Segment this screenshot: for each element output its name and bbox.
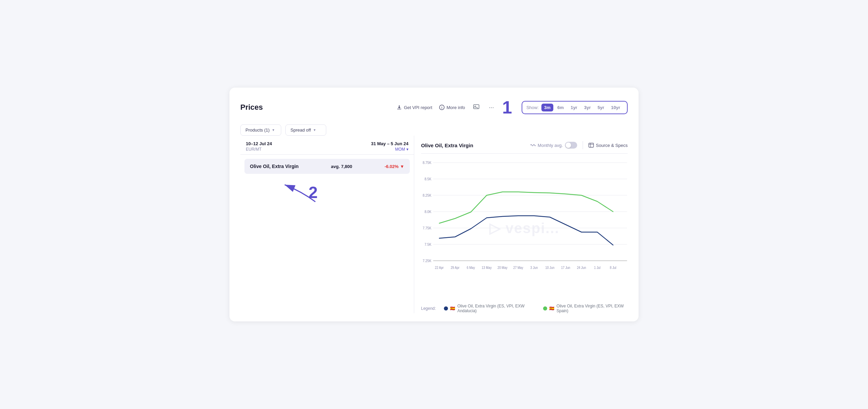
svg-text:i: i: [442, 106, 443, 109]
right-panel: Olive Oil, Extra Virgin Monthly avg.: [414, 136, 628, 313]
annotation-arrow: [240, 178, 343, 205]
svg-text:8.25K: 8.25K: [423, 193, 432, 197]
monthly-avg-toggle[interactable]: [565, 142, 577, 149]
svg-rect-0: [397, 109, 401, 109]
left-panel: 10–12 Jul 24 EUR/MT 31 May – 5 Jun 24 MO…: [240, 136, 414, 313]
mom-selector[interactable]: MOM ▾: [371, 147, 408, 152]
avg-value: 7,800: [341, 164, 352, 169]
show-label: Show:: [526, 105, 539, 110]
svg-text:24 Jun: 24 Jun: [577, 266, 586, 270]
wave-icon: [530, 143, 536, 147]
more-options-button[interactable]: ···: [488, 103, 495, 112]
show-range-selector: Show: 3m 6m 1yr 3yr 5yr 10yr: [522, 101, 628, 114]
range-5yr-button[interactable]: 5yr: [595, 104, 607, 111]
legend-item-andalucia: 🇪🇸 Olive Oil, Extra Virgin (ES, VPI, EXW…: [444, 304, 535, 313]
svg-text:22 Apr: 22 Apr: [435, 266, 444, 270]
legend-text-1: Olive Oil, Extra Virgin (ES, VPI, EXW An…: [457, 304, 535, 313]
get-vpi-report-button[interactable]: Get VPI report: [396, 105, 432, 110]
legend-flag-1: 🇪🇸: [450, 306, 455, 311]
prices-card: Prices Get VPI report i More info: [229, 88, 639, 321]
source-specs-button[interactable]: Source & Specs: [588, 143, 628, 148]
svg-text:27 May: 27 May: [513, 266, 523, 270]
date-right-group: 31 May – 5 Jun 24 MOM ▾: [371, 141, 408, 152]
download-icon: [396, 105, 402, 110]
chart-area: ▷ vespi... 8.75K 8.5K 8.25K 8.0K 7.75K 7…: [421, 156, 628, 300]
legend-dot-blue: [444, 306, 448, 310]
date-range-compare: 31 May – 5 Jun 24: [371, 141, 408, 146]
vertical-divider: [583, 141, 583, 149]
chevron-down-icon: ▾: [314, 128, 316, 132]
date-left-group: 10–12 Jul 24 EUR/MT: [246, 141, 272, 152]
table-icon: [588, 143, 594, 148]
chart-legend: Legend: 🇪🇸 Olive Oil, Extra Virgin (ES, …: [421, 300, 628, 313]
info-icon: i: [439, 105, 445, 110]
product-row: Olive Oil, Extra Virgin avg. 7,800 -6.02…: [244, 159, 410, 174]
legend-flag-2: 🇪🇸: [549, 306, 554, 311]
svg-text:7.25K: 7.25K: [423, 259, 432, 263]
legend-item-spain: 🇪🇸 Olive Oil, Extra Virgin (ES, VPI, EXW…: [543, 304, 628, 313]
svg-text:8.5K: 8.5K: [424, 177, 431, 181]
header-row: Prices Get VPI report i More info: [240, 97, 628, 118]
svg-text:17 Jun: 17 Jun: [561, 266, 570, 270]
currency-label: EUR/MT: [246, 147, 272, 152]
more-info-button[interactable]: i More info: [439, 105, 465, 110]
range-3yr-button[interactable]: 3yr: [581, 104, 594, 111]
svg-text:8.75K: 8.75K: [423, 161, 432, 165]
header-left: Prices: [240, 103, 263, 112]
svg-text:8 Jul: 8 Jul: [610, 266, 616, 270]
range-3m-button[interactable]: 3m: [541, 104, 553, 111]
chart-header: Olive Oil, Extra Virgin Monthly avg.: [421, 136, 628, 154]
svg-text:7.5K: 7.5K: [424, 242, 431, 246]
annotation-area: 2: [240, 178, 414, 205]
svg-text:13 May: 13 May: [482, 266, 492, 270]
range-1yr-button[interactable]: 1yr: [568, 104, 580, 111]
products-dropdown[interactable]: Products (1) ▾: [240, 124, 281, 136]
chart-controls: Monthly avg. Source & Specs: [530, 141, 628, 149]
date-header: 10–12 Jul 24 EUR/MT 31 May – 5 Jun 24 MO…: [240, 136, 414, 155]
image-icon: [473, 104, 479, 110]
date-range-current: 10–12 Jul 24: [246, 141, 272, 146]
svg-rect-6: [589, 143, 594, 147]
svg-text:20 May: 20 May: [497, 266, 507, 270]
image-icon-button[interactable]: [472, 102, 481, 113]
main-content: 10–12 Jul 24 EUR/MT 31 May – 5 Jun 24 MO…: [240, 136, 628, 313]
svg-text:8.0K: 8.0K: [424, 210, 431, 214]
svg-text:10 Jun: 10 Jun: [545, 266, 554, 270]
svg-text:1 Jul: 1 Jul: [594, 266, 600, 270]
svg-text:3 Jun: 3 Jun: [530, 266, 538, 270]
svg-text:6 May: 6 May: [467, 266, 475, 270]
svg-text:29 Apr: 29 Apr: [451, 266, 460, 270]
range-10yr-button[interactable]: 10yr: [608, 104, 623, 111]
annotation-number-2: 2: [309, 183, 318, 202]
chart-title: Olive Oil, Extra Virgin: [421, 142, 473, 148]
avg-label: avg.: [331, 164, 340, 169]
legend-text-2: Olive Oil, Extra Virgin (ES, VPI, EXW Sp…: [556, 304, 628, 313]
annotation-number-1: 1: [502, 97, 512, 118]
page-title: Prices: [240, 103, 263, 112]
price-chart: 8.75K 8.5K 8.25K 8.0K 7.75K 7.5K 7.25K: [421, 156, 628, 286]
monthly-avg-control: Monthly avg.: [530, 142, 577, 149]
legend-dot-green: [543, 306, 547, 310]
svg-rect-3: [474, 105, 479, 109]
svg-text:7.75K: 7.75K: [423, 226, 432, 230]
chevron-down-icon: ▾: [272, 128, 274, 132]
product-avg: avg. 7,800: [331, 164, 352, 169]
legend-label: Legend:: [421, 306, 436, 311]
spread-dropdown[interactable]: Spread off ▾: [285, 124, 326, 136]
chevron-down-icon: ▾: [406, 147, 408, 152]
product-change: -6.02% ▼: [385, 164, 404, 169]
header-right: Get VPI report i More info ··· 1: [396, 97, 628, 118]
filters-row: Products (1) ▾ Spread off ▾: [240, 124, 326, 136]
down-arrow-icon: ▼: [400, 164, 404, 169]
range-6m-button[interactable]: 6m: [555, 104, 567, 111]
product-name: Olive Oil, Extra Virgin: [250, 164, 299, 169]
